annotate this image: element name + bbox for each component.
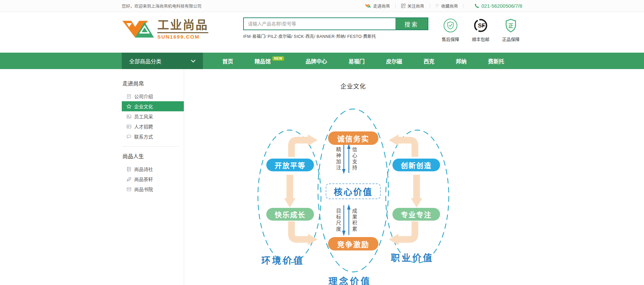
- sidebar: 走进尚帛 公司介绍 企业文化 员工风采 人才招聘 联系方式: [122, 69, 184, 285]
- company-icon: [126, 94, 131, 99]
- badge-aftersale: 售后保障: [439, 18, 462, 42]
- sidebar-item-recruit[interactable]: 人才招聘: [122, 121, 184, 131]
- sidebar-item-company-intro[interactable]: 公司介绍: [122, 91, 184, 101]
- logo-domain: SUN1699.COM: [157, 34, 208, 40]
- star-icon: [126, 104, 131, 109]
- site-header: 工业尚品 SUN1699.COM 搜索 IFM·易福门/ PILZ·皮尔磁/ S…: [0, 12, 644, 53]
- sidebar-item-contact[interactable]: 联系方式: [122, 131, 184, 141]
- page-title: 企业文化: [184, 81, 522, 90]
- pill-innovation: 创新创造: [392, 159, 440, 171]
- nav-items: 首页 精品馆NEW 品牌中心 易福门 皮尔磁 西克 邦纳 费斯托: [212, 53, 515, 69]
- topbar-link-favorite[interactable]: ♡ 收藏尚帛: [435, 3, 458, 9]
- phone-number: 021-56200506/7/8: [481, 3, 522, 9]
- badge-label: 正品保障: [502, 36, 520, 42]
- search-button[interactable]: 搜索: [395, 18, 428, 30]
- topbar-link-label: 关注尚帛: [408, 3, 424, 9]
- arrow-down-icon: [342, 204, 346, 236]
- pill-integrity: 诚信务实: [328, 131, 378, 145]
- all-categories-button[interactable]: 全部商品分类: [122, 53, 203, 69]
- lower-exchange: 目标尺度 成果积累: [336, 204, 357, 236]
- sidebar-item-poetry-club[interactable]: 尚品诗社: [122, 164, 184, 174]
- pill-competition: 竞争激励: [328, 237, 378, 250]
- service-phone[interactable]: 021-56200506/7/8: [474, 3, 522, 9]
- welcome-text: 您好，欢迎来到上海尚帛机电科技有限公司: [122, 3, 202, 9]
- hot-brand-links[interactable]: IFM·易福门/ PILZ·皮尔磁/ SICK·西克/ BANNER·邦纳/ F…: [243, 33, 428, 39]
- topbar-link-follow[interactable]: 关注尚帛: [401, 3, 424, 9]
- confidence-text: 信心支持: [352, 147, 357, 171]
- sidebar-section-title: 尚品人生: [122, 152, 184, 160]
- main-nav: 全部商品分类 首页 精品馆NEW 品牌中心 易福门 皮尔磁 西克 邦纳 费斯托: [0, 53, 644, 69]
- environment-value-label: 环境价值: [261, 253, 304, 267]
- topbar-link-about[interactable]: 走进尚帛: [365, 3, 390, 9]
- goal-text: 目标尺度: [336, 208, 341, 232]
- phone-icon: [474, 3, 479, 8]
- spirit-text: 精神加注: [336, 147, 341, 171]
- new-badge: NEW: [272, 56, 284, 61]
- upper-exchange: 精神加注 信心支持: [336, 144, 357, 174]
- pill-professional: 专业专注: [392, 208, 440, 221]
- search-input[interactable]: [244, 18, 395, 30]
- concept-value-label: 理念价值: [328, 274, 371, 285]
- sidebar-item-company-culture[interactable]: 企业文化: [122, 101, 184, 111]
- pill-happy-growth: 快乐成长: [266, 208, 314, 221]
- nav-item-sick[interactable]: 西克: [413, 53, 445, 69]
- topbar-link-label: 收藏尚帛: [441, 3, 458, 9]
- site-logo[interactable]: 工业尚品 SUN1699.COM: [122, 19, 208, 40]
- core-value-box: 核心价值: [326, 183, 381, 199]
- shield-check-icon: [443, 18, 458, 34]
- sidebar-section-title: 走进尚帛: [122, 79, 184, 87]
- service-badges: 售后保障 SF 顺丰包邮: [439, 18, 522, 42]
- divider: [463, 4, 464, 8]
- page: 您好，欢迎来到上海尚帛机电科技有限公司 走进尚帛: [0, 0, 644, 285]
- culture-diagram: 诚信务实 开放平等 创新创造 核心价值 快乐成长 专业专注 竞争激励 精神加注 …: [246, 107, 461, 285]
- nav-item-ifm[interactable]: 易福门: [338, 53, 375, 69]
- badge-label: 售后保障: [442, 36, 459, 42]
- genuine-shield-icon: 正: [503, 18, 518, 34]
- heart-icon: ♡: [435, 3, 439, 8]
- career-value-label: 职业价值: [391, 251, 434, 264]
- divider: [430, 4, 430, 8]
- pill-openness: 开放平等: [266, 159, 314, 171]
- search-box: 搜索: [243, 17, 428, 30]
- photo-icon: [126, 114, 131, 119]
- nav-item-pilz[interactable]: 皮尔磁: [375, 53, 413, 69]
- sidebar-item-academy[interactable]: 尚品书院: [122, 184, 184, 194]
- brand-mini-logo-icon: [365, 4, 371, 8]
- logo-mark-icon: [122, 19, 154, 40]
- logo-title: 工业尚品: [157, 19, 208, 33]
- chat-icon: [126, 134, 131, 139]
- achievement-text: 成果积累: [352, 208, 357, 232]
- sf-express-icon: SF: [473, 18, 488, 34]
- badge-sf-shipping: SF 顺丰包邮: [469, 18, 492, 42]
- nav-item-boutique[interactable]: 精品馆NEW: [244, 53, 295, 69]
- arrow-up-icon: [347, 144, 351, 174]
- divider: [395, 4, 396, 8]
- nav-item-banner[interactable]: 邦纳: [445, 53, 477, 69]
- nav-item-festo[interactable]: 费斯托: [477, 53, 515, 69]
- badge-label: 顺丰包邮: [472, 36, 489, 42]
- arrow-up-icon: [347, 204, 351, 236]
- sidebar-item-tea-house[interactable]: 尚品茶轩: [122, 174, 184, 184]
- poem-book-icon: [126, 167, 131, 172]
- sidebar-item-staff[interactable]: 员工风采: [122, 111, 184, 121]
- top-bar: 您好，欢迎来到上海尚帛机电科技有限公司 走进尚帛: [0, 0, 644, 12]
- badge-genuine: 正 正品保障: [499, 18, 522, 42]
- svg-text:正: 正: [508, 23, 514, 28]
- chevron-down-icon: [191, 58, 196, 64]
- content-area: 走进尚帛 公司介绍 企业文化 员工风采 人才招聘 联系方式: [122, 69, 522, 285]
- nav-item-home[interactable]: 首页: [212, 53, 244, 69]
- main-panel: 企业文化: [184, 69, 522, 285]
- topbar-link-label: 走进尚帛: [373, 3, 390, 9]
- arrow-down-icon: [342, 144, 346, 174]
- search-block: 搜索 IFM·易福门/ PILZ·皮尔磁/ SICK·西克/ BANNER·邦纳…: [243, 17, 428, 39]
- all-categories-label: 全部商品分类: [129, 57, 161, 65]
- nav-item-brand-center[interactable]: 品牌中心: [295, 53, 338, 69]
- sidebar-divider: [122, 146, 179, 147]
- qr-icon: [401, 4, 406, 8]
- idcard-icon: [126, 124, 131, 129]
- leaf-icon: [126, 177, 131, 182]
- archive-icon: [126, 187, 131, 192]
